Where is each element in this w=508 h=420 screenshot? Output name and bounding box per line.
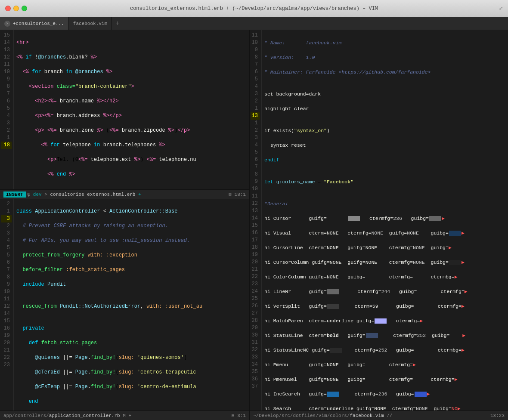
editor-area: 15 14 13 12 11 10 9 8 7 6 5 4 3 2 1 — [0, 30, 508, 420]
status-bar-erb: INSERT ψ dev > consultorios_externos.htm… — [0, 189, 249, 199]
erb-code-area[interactable]: 15 14 13 12 11 10 9 8 7 6 5 4 3 2 1 — [0, 30, 249, 189]
ruby-code-area[interactable]: 2 1 3 2 3 4 5 5 6 7 8 9 10 11 — [0, 199, 249, 411]
erb-code-content[interactable]: <hr> <% if !@branches.blank? %> <% for b… — [14, 30, 249, 189]
left-pane: 15 14 13 12 11 10 9 8 7 6 5 4 3 2 1 — [0, 30, 250, 420]
status-path-ruby: app/controllers/application_controller.r… — [3, 413, 232, 418]
status-path-vim: ~/Develop/src/dotfiles/vim/colors/facebo… — [253, 413, 490, 418]
line-numbers-erb: 15 14 13 12 11 10 9 8 7 6 5 4 3 2 1 — [0, 30, 14, 189]
line-numbers-vim: 11 10 9 8 7 6 5 4 3 2 1 13 1 2 3 — [250, 30, 262, 411]
tab-consultorios[interactable]: ✕ +consultorios_e... — [0, 17, 69, 30]
status-bar-ruby: app/controllers/application_controller.r… — [0, 411, 249, 420]
mode-indicator: INSERT — [3, 191, 26, 198]
tab-label: +consultorios_e... — [13, 21, 64, 26]
minimize-button[interactable] — [13, 6, 19, 11]
traffic-lights — [5, 6, 27, 11]
status-path-erb: ψ dev > consultorios_externos.html.erb + — [28, 192, 229, 197]
tab-close-icon[interactable]: ✕ — [4, 21, 10, 27]
tab-label: facebook.vim — [73, 21, 107, 26]
window-title: consultorios_externos.html.erb + (~/Deve… — [130, 6, 378, 12]
ruby-code-content[interactable]: class ApplicationController < ActionCont… — [14, 199, 249, 411]
title-bar: consultorios_externos.html.erb + (~/Deve… — [0, 0, 508, 17]
status-position-ruby: ⊞ 3:1 — [232, 413, 246, 418]
close-button[interactable] — [5, 6, 11, 11]
maximize-button[interactable] — [22, 6, 27, 11]
vim-code-content[interactable]: " Name: facebook.vim " Version: 1.0 " Ma… — [262, 30, 508, 411]
status-bar-vim: ~/Develop/src/dotfiles/vim/colors/facebo… — [250, 411, 508, 420]
vim-code-area[interactable]: 11 10 9 8 7 6 5 4 3 2 1 13 1 2 3 — [250, 30, 508, 411]
line-numbers-ruby: 2 1 3 2 3 4 5 5 6 7 8 9 10 11 — [0, 199, 14, 411]
right-pane: 11 10 9 8 7 6 5 4 3 2 1 13 1 2 3 — [250, 30, 508, 420]
status-position-erb: ⊞ 18:1 — [229, 191, 246, 197]
status-position-vim: 13:23 — [490, 413, 505, 418]
expand-icon[interactable]: ⤢ — [499, 6, 503, 11]
tab-facebook[interactable]: facebook.vim — [69, 17, 112, 30]
tab-add-button[interactable]: + — [112, 17, 123, 30]
tab-bar: ✕ +consultorios_e... facebook.vim + — [0, 17, 508, 30]
